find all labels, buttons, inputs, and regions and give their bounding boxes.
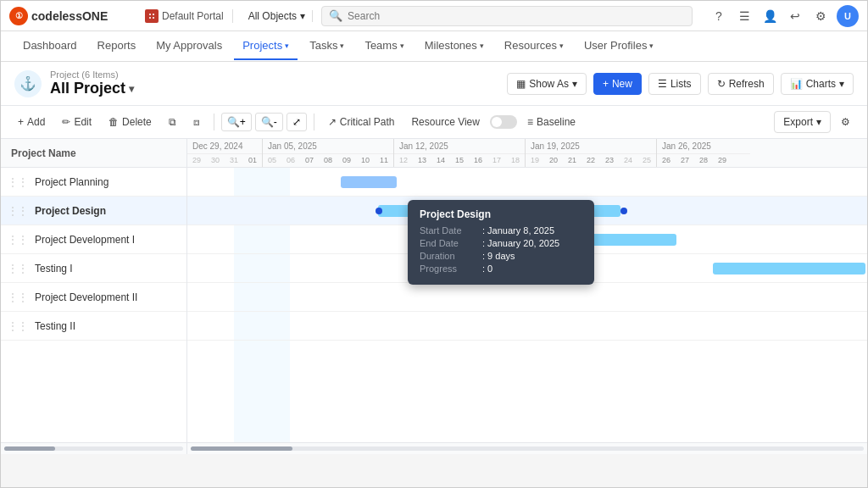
refresh-icon: ↻	[717, 78, 726, 90]
title-dropdown-arrow[interactable]: ▾	[129, 83, 134, 95]
day-cell: 21	[563, 154, 581, 164]
milestones-arrow: ▾	[480, 42, 484, 50]
copy-button[interactable]: ⧉	[162, 113, 183, 131]
gantt-rows: Project Design Start Date : January 8, 2…	[187, 168, 867, 442]
top-icons: ? ☰ 👤 ↩ ⚙ U	[709, 5, 859, 27]
day-cell: 06	[281, 154, 300, 164]
add-button[interactable]: + Add	[11, 113, 52, 131]
resource-view-button[interactable]: Resource View	[404, 113, 486, 131]
user-profiles-arrow: ▾	[649, 42, 654, 50]
day-cell: 27	[676, 154, 694, 164]
drag-handle: ⋮⋮	[8, 234, 28, 246]
day-cell: 23	[600, 154, 619, 164]
gantt-bar-planning[interactable]	[341, 176, 397, 188]
day-cell: 05	[263, 154, 281, 164]
day-cell: 11	[375, 154, 393, 164]
nav-resources[interactable]: Resources ▾	[496, 32, 572, 60]
fit-button[interactable]: ⤢	[287, 113, 307, 131]
nav-milestones[interactable]: Milestones ▾	[416, 32, 492, 60]
search-bar[interactable]: 🔍	[321, 6, 693, 26]
help-icon[interactable]: ?	[709, 7, 728, 25]
edit-button[interactable]: ✏ Edit	[55, 113, 98, 131]
tasks-arrow: ▾	[340, 42, 344, 50]
day-cell: 25	[637, 154, 656, 164]
bottom-scrollbar-area	[1, 442, 867, 454]
day-cell: 08	[319, 154, 337, 164]
nav-approvals[interactable]: My Approvals	[147, 32, 231, 60]
left-scrollbar-thumb[interactable]	[4, 446, 55, 451]
delete-icon: 🗑	[108, 116, 119, 128]
list-item[interactable]: ⋮⋮ Project Planning ⋮	[1, 168, 186, 197]
baseline-icon: ≡	[527, 116, 533, 128]
delete-button[interactable]: 🗑 Delete	[102, 113, 159, 131]
day-cell: 29	[187, 154, 206, 164]
svg-rect-0	[147, 12, 156, 20]
list-item[interactable]: ⋮⋮ Project Development II ⋮	[1, 283, 186, 312]
settings-icon[interactable]: ⚙	[811, 7, 830, 25]
right-scrollbar[interactable]	[187, 443, 867, 454]
week-label: Jan 05, 2025	[263, 139, 393, 154]
nav-reports[interactable]: Reports	[89, 32, 145, 60]
drag-handle: ⋮⋮	[8, 291, 28, 303]
resource-view-toggle[interactable]	[490, 115, 517, 129]
tooltip-progress-value: : 0	[482, 263, 492, 274]
zoom-in-button[interactable]: 🔍+	[221, 113, 252, 131]
day-cell: 17	[487, 154, 506, 164]
tooltip-progress-row: Progress : 0	[420, 263, 582, 274]
list-item[interactable]: ⋮⋮ Project Development I ⋮	[1, 225, 186, 254]
tooltip-end-row: End Date : January 20, 2025	[420, 238, 582, 248]
paste-button[interactable]: ⧈	[186, 113, 207, 131]
list-item[interactable]: ⋮⋮ Project Design ⋮	[1, 197, 186, 225]
nav-dashboard[interactable]: Dashboard	[14, 32, 86, 60]
critical-path-icon: ↗	[328, 116, 337, 128]
tooltip-start-label: Start Date	[420, 225, 479, 236]
portal-label: Default Portal	[162, 10, 224, 22]
show-as-button[interactable]: ▦ Show As ▾	[507, 73, 587, 95]
export-button[interactable]: Export ▾	[774, 111, 831, 133]
show-as-arrow: ▾	[572, 78, 577, 90]
projects-arrow: ▾	[285, 42, 289, 50]
page-title-section: ⚓ Project (6 Items) All Project ▾	[14, 69, 134, 97]
nav-user-profiles[interactable]: User Profiles ▾	[576, 32, 662, 60]
critical-path-button[interactable]: ↗ Critical Path	[321, 113, 402, 131]
left-scrollbar[interactable]	[1, 443, 187, 454]
history-icon[interactable]: ↩	[786, 7, 804, 25]
refresh-button[interactable]: ↻ Refresh	[708, 73, 774, 95]
search-input[interactable]	[348, 10, 685, 22]
project-list: Project Name ⋮⋮ Project Planning ⋮ ⋮⋮ Pr…	[1, 139, 187, 442]
nav-teams[interactable]: Teams ▾	[356, 32, 412, 60]
all-objects-dropdown[interactable]: All Objects ▾	[242, 10, 313, 22]
day-cell: 28	[694, 154, 713, 164]
milestone-start	[376, 208, 382, 214]
gantt-row	[187, 312, 867, 341]
copy-icon: ⧉	[169, 116, 176, 128]
portal-icon	[145, 9, 159, 23]
user-avatar[interactable]: U	[837, 5, 859, 27]
menu-icon[interactable]: ☰	[735, 7, 754, 25]
settings-button[interactable]: ⚙	[834, 113, 857, 131]
zoom-out-button[interactable]: 🔍-	[255, 113, 283, 131]
page-subtitle: Project (6 Items)	[50, 69, 134, 80]
list-item[interactable]: ⋮⋮ Testing II ⋮	[1, 312, 186, 341]
sep1	[214, 114, 214, 130]
page-title: All Project ▾	[50, 80, 134, 97]
nav-tasks[interactable]: Tasks ▾	[301, 32, 353, 60]
gantt-bar-testing1[interactable]	[713, 263, 865, 274]
tooltip-start-row: Start Date : January 8, 2025	[420, 225, 582, 236]
toggle-knob	[492, 117, 502, 127]
portal-section[interactable]: Default Portal	[145, 9, 233, 23]
list-item[interactable]: ⋮⋮ Testing I ⋮	[1, 254, 186, 283]
charts-button[interactable]: 📊 Charts ▾	[781, 73, 854, 95]
day-cell: 26	[657, 154, 676, 164]
users-icon[interactable]: 👤	[760, 7, 779, 25]
week-label: Jan 26, 2025	[657, 139, 750, 154]
lists-button[interactable]: ☰ Lists	[648, 73, 701, 95]
baseline-button[interactable]: ≡ Baseline	[520, 113, 582, 131]
new-button[interactable]: + New	[593, 73, 642, 95]
nav-projects[interactable]: Projects ▾	[234, 32, 298, 60]
new-icon: +	[603, 78, 609, 90]
drag-handle: ⋮⋮	[8, 263, 28, 274]
day-cell: 07	[300, 154, 319, 164]
right-scrollbar-thumb[interactable]	[191, 446, 292, 451]
project-name: Testing II	[35, 320, 75, 332]
